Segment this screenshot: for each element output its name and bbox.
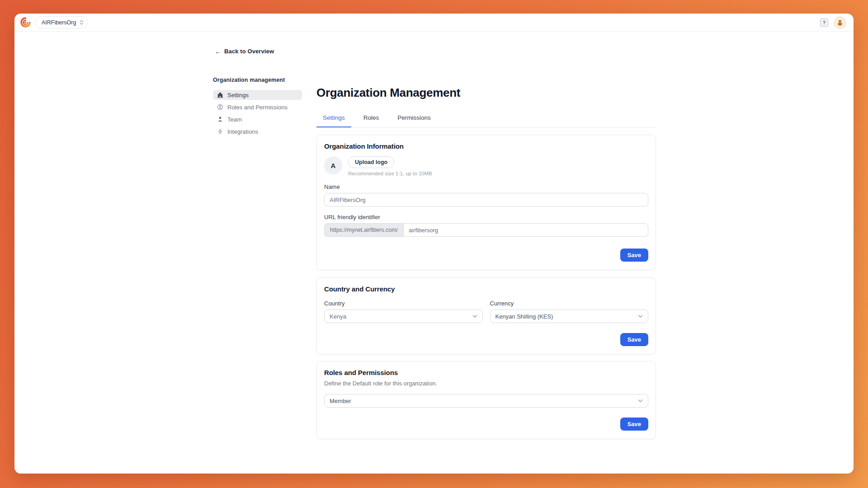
left-arrow-icon: ←	[215, 48, 221, 55]
top-bar: AIRFibersOrg ?	[14, 14, 854, 32]
user-avatar[interactable]	[834, 16, 846, 29]
currency-select-value: Kenyan Shilling (KES)	[495, 313, 553, 320]
app-window: AIRFibersOrg ? ← Back to Overvie	[14, 14, 854, 474]
name-label: Name	[324, 183, 648, 190]
back-to-overview-link[interactable]: ← Back to Overview	[215, 48, 274, 55]
content-area: ← Back to Overview Organization manageme…	[14, 32, 854, 474]
url-identifier-label: URL friendly identifier	[324, 214, 648, 221]
avatar-character-icon	[836, 19, 844, 27]
building-icon	[217, 92, 223, 99]
sidebar-item-roles-and-permissions[interactable]: Roles and Permissions	[213, 102, 302, 112]
country-currency-card: Country and Currency Country Kenya Curre…	[316, 277, 656, 355]
page-title: Organization Management	[316, 86, 656, 100]
sidebar-nav: Settings Roles and Permissions	[213, 90, 302, 136]
sidebar-item-label: Settings	[227, 92, 249, 99]
country-select[interactable]: Kenya	[324, 310, 483, 323]
default-role-select-value: Member	[330, 398, 351, 404]
country-select-value: Kenya	[330, 313, 346, 320]
default-role-select[interactable]: Member	[324, 394, 648, 408]
save-country-currency-button[interactable]: Save	[620, 333, 648, 346]
card-heading: Organization Information	[324, 142, 648, 150]
org-switcher-label: AIRFibersOrg	[42, 19, 76, 26]
name-input[interactable]	[324, 193, 648, 206]
url-identifier-input[interactable]	[403, 223, 648, 237]
sidebar-item-team[interactable]: Team	[213, 114, 302, 124]
sidebar-item-integrations[interactable]: Integrations	[213, 127, 302, 136]
chevron-down-icon	[638, 315, 643, 318]
settings-sidebar: Organization management Settings	[213, 77, 302, 136]
tab-permissions[interactable]: Permissions	[391, 114, 437, 127]
default-role-description: Define the Default role for this organiz…	[324, 380, 648, 387]
back-to-overview-label: Back to Overview	[224, 48, 274, 55]
save-default-role-button[interactable]: Save	[620, 418, 648, 431]
chevron-down-icon	[638, 399, 643, 403]
chevron-up-down-icon	[80, 19, 84, 25]
sidebar-heading: Organization management	[213, 77, 302, 83]
sidebar-item-label: Roles and Permissions	[227, 104, 288, 111]
org-avatar: A	[324, 156, 342, 174]
roles-icon	[217, 104, 223, 111]
brand-logo-icon	[20, 17, 31, 28]
organization-information-card: Organization Information A Upload logo R…	[316, 135, 656, 270]
help-icon[interactable]: ?	[820, 19, 828, 27]
card-heading: Country and Currency	[324, 285, 648, 293]
save-organization-info-button[interactable]: Save	[620, 249, 648, 262]
chevron-down-icon	[472, 315, 477, 318]
roles-permissions-card: Roles and Permissions Define the Default…	[316, 361, 656, 439]
currency-select[interactable]: Kenyan Shilling (KES)	[490, 310, 649, 323]
currency-label: Currency	[490, 300, 649, 307]
team-icon	[217, 116, 223, 123]
topbar-actions: ?	[820, 16, 846, 29]
sidebar-item-settings[interactable]: Settings	[213, 90, 302, 100]
logo-upload-row: A Upload logo Recommended size 1:1, up t…	[324, 156, 648, 176]
tab-settings[interactable]: Settings	[316, 114, 351, 127]
url-identifier-group: https://mynet.airfibers.com/	[324, 223, 648, 237]
card-heading: Roles and Permissions	[324, 369, 648, 376]
tab-bar: Settings Roles Permissions	[316, 114, 656, 127]
sidebar-item-label: Team	[227, 116, 242, 123]
sidebar-item-label: Integrations	[227, 128, 258, 135]
upload-logo-button[interactable]: Upload logo	[348, 156, 394, 168]
url-prefix: https://mynet.airfibers.com/	[324, 223, 403, 237]
tab-roles[interactable]: Roles	[357, 114, 386, 127]
country-label: Country	[324, 300, 483, 307]
upload-hint: Recommended size 1:1, up to 10MB	[348, 171, 432, 176]
main-panel: Organization Management Settings Roles P…	[316, 86, 656, 439]
org-switcher[interactable]: AIRFibersOrg	[35, 16, 88, 28]
integrations-icon	[217, 128, 223, 135]
